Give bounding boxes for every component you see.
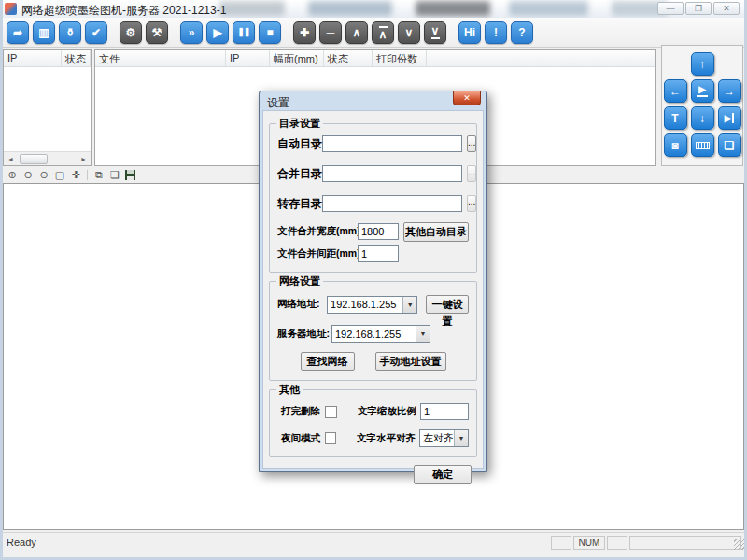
save-icon[interactable] — [125, 170, 135, 180]
server-addr-combo[interactable]: 192.168.1.255 ▼ — [331, 325, 430, 343]
column-header-status[interactable]: 状态 — [62, 50, 91, 66]
fast-forward-button[interactable]: » — [180, 21, 203, 44]
column-header-copies[interactable]: 打印份数 — [373, 50, 427, 66]
transfer-dir-browse-button[interactable]: ... — [467, 195, 476, 212]
layout-columns-button[interactable]: ▥ — [33, 21, 55, 44]
resize-grip[interactable] — [734, 539, 745, 550]
play-icon: ▶ — [213, 27, 221, 38]
auto-dir-browse-button[interactable]: ... — [467, 135, 476, 152]
text-align-combo[interactable]: 左对齐 ▼ — [419, 429, 469, 447]
chevron-down-icon[interactable]: ▼ — [402, 297, 416, 313]
group-legend: 目录设置 — [276, 117, 323, 131]
confirm-button[interactable]: ✔ — [85, 21, 107, 44]
scroll-left-icon[interactable]: ◄ — [4, 152, 18, 166]
column-header-blank — [427, 50, 655, 66]
arrow-left-icon: ← — [669, 86, 681, 97]
horizontal-scrollbar[interactable]: ◄ ► — [4, 151, 91, 165]
dialog-close-button[interactable]: ✕ — [453, 91, 481, 105]
remove-button[interactable]: ─ — [319, 21, 342, 44]
delete-button[interactable]: ⚱ — [59, 21, 81, 44]
group-legend: 其他 — [276, 383, 303, 397]
skip-end-button[interactable]: ▶ — [718, 106, 741, 130]
settings-button[interactable]: ⚙ — [120, 21, 142, 44]
arrow-down-icon: ∨ — [405, 27, 414, 38]
arrow-down-icon: ↓ — [699, 113, 705, 124]
dialog-title-bar[interactable]: 设置 ✕ — [260, 91, 486, 110]
skip-end-icon: ▶ — [725, 114, 732, 123]
pause-button[interactable]: ❚❚ — [233, 21, 255, 44]
night-mode-checkbox[interactable] — [325, 432, 336, 444]
ok-button[interactable]: 确定 — [414, 465, 472, 484]
column-header-ip[interactable]: IP — [4, 50, 62, 66]
stop-button[interactable]: ■ — [259, 21, 281, 44]
dialog-body: 目录设置 自动目录 ... 合并目录 ... 转存目录 ... 文件 — [262, 110, 484, 469]
other-auto-dir-button[interactable]: 其他自动目录 — [403, 222, 469, 242]
jog-down-button[interactable]: ↓ — [691, 106, 714, 130]
merge-dir-input[interactable] — [322, 165, 462, 182]
open-files-icon: ➦ — [13, 27, 22, 38]
glass-blur-decoration — [416, 1, 490, 16]
nozzle-check-button[interactable]: ◙ — [664, 133, 687, 157]
scrollbar-thumb[interactable] — [20, 154, 48, 164]
jog-right-button[interactable]: → — [718, 79, 741, 103]
maximize-button[interactable]: ❐ — [685, 2, 712, 15]
merge-width-input[interactable] — [358, 223, 399, 240]
network-addr-combo[interactable]: 192.168.1.255 ▼ — [327, 296, 417, 314]
arrow-up-icon: ∧ — [379, 29, 388, 40]
delete-after-checkbox[interactable] — [325, 406, 337, 418]
open-files-button[interactable]: ➦ — [7, 21, 29, 44]
gear-icon: ⚙ — [126, 27, 136, 38]
zoom-out-icon[interactable]: ⊖ — [21, 169, 35, 181]
column-header-file[interactable]: 文件 — [95, 50, 226, 66]
move-top-button[interactable]: ∧ — [372, 21, 394, 44]
ruler-button[interactable] — [691, 133, 714, 157]
auto-dir-input[interactable] — [322, 135, 462, 152]
select-area-icon[interactable]: ▢ — [53, 169, 66, 181]
pan-icon[interactable]: ✜ — [69, 169, 82, 181]
title-bar[interactable]: 网络超级喷墨绘图机-服务器 2021-1213-1 — ❐ ✕ — [0, 0, 747, 18]
transfer-dir-input[interactable] — [322, 195, 462, 212]
letter-t-icon: T — [671, 113, 678, 124]
server-addr-value: 192.168.1.255 — [332, 329, 416, 340]
stop-icon: ■ — [266, 27, 273, 38]
zoom-fit-icon[interactable]: ⊙ — [37, 169, 50, 181]
column-header-ip[interactable]: IP — [226, 50, 270, 66]
tools-button[interactable]: ⚒ — [146, 21, 168, 44]
test-print-button[interactable]: ▶ — [691, 79, 714, 103]
hi-button[interactable]: Hi — [458, 21, 481, 44]
merge-dir-browse-button[interactable]: ... — [467, 165, 476, 182]
chevron-down-icon[interactable]: ▼ — [454, 430, 468, 446]
scroll-right-icon[interactable]: ► — [77, 152, 91, 166]
jog-left-button[interactable]: ← — [664, 79, 687, 103]
settings-dialog: 设置 ✕ 目录设置 自动目录 ... 合并目录 ... 转存目录 — [259, 91, 487, 472]
chevron-down-icon[interactable]: ▼ — [416, 326, 430, 342]
move-bottom-button[interactable]: ∨ — [424, 21, 446, 44]
delete-after-label: 打完删除 — [281, 405, 320, 418]
app-window: 网络超级喷墨绘图机-服务器 2021-1213-1 — ❐ ✕ ➦ ▥ ⚱ ✔ … — [0, 0, 747, 560]
add-button[interactable]: ✚ — [293, 21, 316, 44]
network-addr-label: 网络地址: — [277, 298, 327, 311]
minimize-button[interactable]: — — [657, 2, 684, 15]
window-title: 网络超级喷墨绘图机-服务器 2021-1213-1 — [21, 3, 226, 18]
one-key-setup-button[interactable]: 一键设置 — [426, 295, 469, 314]
text-button[interactable]: T — [664, 106, 687, 130]
jog-up-button[interactable]: ↑ — [691, 52, 714, 76]
column-header-status[interactable]: 状态 — [324, 50, 373, 66]
text-scale-input[interactable] — [420, 403, 469, 420]
merge-gap-input[interactable] — [358, 245, 399, 262]
zoom-in-icon[interactable]: ⊕ — [6, 169, 19, 181]
alert-button[interactable]: ! — [485, 21, 507, 44]
start-button[interactable]: ▶ — [206, 21, 229, 44]
exclamation-icon: ! — [494, 27, 498, 38]
close-button[interactable]: ✕ — [713, 2, 740, 15]
find-network-button[interactable]: 查找网络 — [301, 352, 355, 371]
copy-page-icon[interactable]: ⧉ — [92, 169, 106, 181]
manual-addr-button[interactable]: 手动地址设置 — [375, 352, 446, 371]
report-button[interactable]: ❏ — [718, 133, 741, 157]
preview-page-icon[interactable]: ❏ — [108, 169, 121, 181]
network-addr-value: 192.168.1.255 — [328, 299, 402, 310]
help-button[interactable]: ? — [511, 21, 533, 44]
column-header-width[interactable]: 幅面(mm) — [270, 50, 324, 66]
move-up-button[interactable]: ∧ — [345, 21, 368, 44]
move-down-button[interactable]: ∨ — [398, 21, 420, 44]
